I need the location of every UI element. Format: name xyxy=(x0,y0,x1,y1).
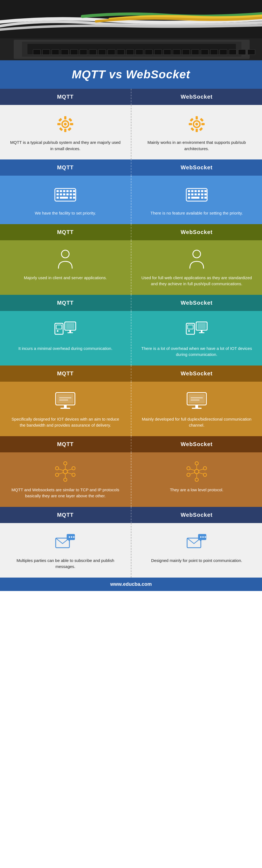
svg-rect-8 xyxy=(64,129,66,132)
svg-point-6 xyxy=(64,123,67,125)
row3-mqtt-text: Majorly used in client and server applic… xyxy=(24,275,107,281)
row2-header: MQTT WebSocket xyxy=(0,159,262,176)
svg-rect-83 xyxy=(195,405,198,408)
svg-line-108 xyxy=(199,469,203,470)
svg-line-109 xyxy=(199,473,203,474)
svg-point-116 xyxy=(69,536,70,537)
svg-rect-30 xyxy=(70,190,72,192)
title-banner: MQTT vs WebSocket xyxy=(0,60,262,89)
row4-mqtt-text: It incurs a minimal overhead during comm… xyxy=(19,345,113,352)
svg-line-95 xyxy=(67,469,72,470)
row6-header: MQTT WebSocket xyxy=(0,436,262,452)
svg-rect-38 xyxy=(70,197,72,199)
row7-mqtt-col: Multiples parties can be able to subscri… xyxy=(0,523,132,578)
svg-rect-35 xyxy=(70,193,72,195)
svg-rect-50 xyxy=(195,193,197,195)
svg-point-101 xyxy=(195,462,198,465)
svg-rect-48 xyxy=(188,193,190,195)
row2-websocket-label: WebSocket xyxy=(132,159,262,176)
svg-rect-36 xyxy=(57,197,59,199)
svg-rect-78 xyxy=(60,408,70,409)
svg-rect-53 xyxy=(188,197,190,199)
row5-websocket-label: WebSocket xyxy=(132,366,262,382)
svg-rect-10 xyxy=(70,123,73,125)
svg-rect-13 xyxy=(59,127,63,131)
row7-mqtt-label: MQTT xyxy=(0,507,132,523)
svg-rect-26 xyxy=(57,190,59,192)
svg-rect-39 xyxy=(73,190,75,192)
row7-mqtt-icon xyxy=(54,531,76,553)
row6-mqtt-icon xyxy=(54,461,76,483)
svg-rect-58 xyxy=(204,197,207,199)
row5-mqtt-text: Specifically designed for IOT devices wi… xyxy=(8,416,123,429)
row3-websocket-text: Used for full web client applications as… xyxy=(140,275,254,287)
svg-rect-41 xyxy=(73,197,75,199)
row2-content: We have the facility to set priority. xyxy=(0,176,262,224)
svg-rect-14 xyxy=(68,127,71,131)
svg-rect-7 xyxy=(64,116,66,120)
row2-mqtt-label: MQTT xyxy=(0,159,132,176)
row5-content: Specifically designed for IOT devices wi… xyxy=(0,382,262,436)
svg-rect-33 xyxy=(63,193,65,195)
row2-websocket-text: There is no feature available for settin… xyxy=(150,210,243,216)
svg-rect-72 xyxy=(198,323,206,329)
row1-websocket-icon xyxy=(186,113,208,135)
svg-point-89 xyxy=(72,467,75,470)
row4-mqtt-label: MQTT xyxy=(0,295,132,311)
svg-rect-66 xyxy=(69,330,71,332)
svg-point-60 xyxy=(193,250,201,258)
row4-content: It incurs a minimal overhead during comm… xyxy=(0,311,262,366)
svg-rect-46 xyxy=(198,190,200,192)
svg-rect-51 xyxy=(198,193,200,195)
row5-mqtt-icon xyxy=(54,390,76,412)
svg-point-123 xyxy=(202,536,204,537)
svg-rect-31 xyxy=(57,193,59,195)
row1-mqtt-col: MQTT is a typical pub/sub system and the… xyxy=(0,105,132,159)
svg-rect-27 xyxy=(60,190,62,192)
svg-point-118 xyxy=(73,536,75,537)
row7-content: Multiples parties can be able to subscri… xyxy=(0,523,262,578)
row3-websocket-col: Used for full web client applications as… xyxy=(132,240,262,295)
svg-point-102 xyxy=(203,467,207,470)
row4-mqtt-col: It incurs a minimal overhead during comm… xyxy=(0,311,132,366)
row1-mqtt-icon xyxy=(54,113,76,135)
svg-rect-9 xyxy=(57,123,61,125)
row6-mqtt-text: MQTT and Websockets are similar to TCP a… xyxy=(8,487,123,499)
row2-mqtt-text: We have the facility to set priority. xyxy=(35,210,96,216)
svg-rect-76 xyxy=(57,394,74,404)
row4-websocket-label: WebSocket xyxy=(132,295,262,311)
row1-mqtt-label: MQTT xyxy=(0,89,132,105)
svg-point-92 xyxy=(55,473,59,476)
row7-websocket-text: Designed mainly for point to point commu… xyxy=(151,558,242,564)
row1-header: MQTT WebSocket xyxy=(0,89,262,105)
row1-websocket-col: Mainly works in an environment that supp… xyxy=(132,105,262,159)
row1-mqtt-text: MQTT is a typical pub/sub system and the… xyxy=(8,140,123,152)
svg-point-124 xyxy=(204,536,206,537)
footer: www.educba.com xyxy=(0,578,262,591)
row5-websocket-text: Mainly developed for full duplex/bidirec… xyxy=(140,416,254,429)
row7-websocket-col: Designed mainly for point to point commu… xyxy=(132,523,262,578)
svg-point-117 xyxy=(71,536,72,537)
svg-rect-28 xyxy=(63,190,65,192)
row1-websocket-label: WebSocket xyxy=(132,89,262,105)
svg-rect-40 xyxy=(73,193,75,195)
svg-rect-74 xyxy=(199,332,204,333)
svg-rect-47 xyxy=(201,190,203,192)
svg-rect-45 xyxy=(195,190,197,192)
hero-image: // Decorative only - ports drawn inline xyxy=(0,0,262,60)
svg-line-99 xyxy=(59,469,63,470)
svg-rect-82 xyxy=(188,394,205,404)
svg-rect-17 xyxy=(196,116,198,120)
svg-rect-56 xyxy=(204,190,207,192)
row7-websocket-label: WebSocket xyxy=(132,507,262,523)
row5-header: MQTT WebSocket xyxy=(0,366,262,382)
svg-rect-29 xyxy=(66,190,68,192)
svg-rect-77 xyxy=(64,405,67,408)
svg-rect-32 xyxy=(60,193,62,195)
svg-point-63 xyxy=(57,330,58,332)
row5-websocket-icon xyxy=(186,390,208,412)
svg-rect-12 xyxy=(68,118,72,122)
svg-rect-19 xyxy=(189,123,192,125)
svg-point-59 xyxy=(61,250,69,258)
row2-websocket-col: There is no feature available for settin… xyxy=(132,176,262,224)
